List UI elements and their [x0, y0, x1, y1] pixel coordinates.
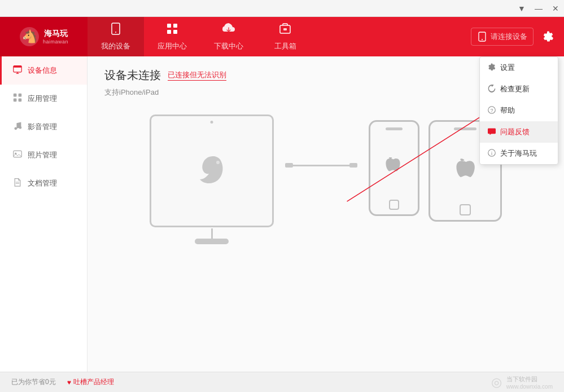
sidebar-item-music-manage[interactable]: 影音管理: [0, 113, 87, 141]
svg-rect-20: [14, 94, 17, 97]
nav-right: 请连接设备: [471, 27, 564, 47]
monitor-wrapper: [150, 114, 274, 227]
settings-gear-btn[interactable]: [538, 27, 558, 47]
info-icon: i: [488, 149, 496, 158]
dropdown-menu: 设置 检查更新 ? 帮助 问题反馈 i: [479, 56, 558, 165]
title-bar: ▼ — ✕: [0, 0, 564, 17]
help-icon: ?: [488, 106, 496, 116]
feedback-heart-icon: ♥: [67, 378, 71, 386]
watermark-circle-icon: ◎: [491, 375, 502, 390]
dropdown-settings-label: 设置: [500, 63, 515, 73]
nav-mydevice-icon: [109, 22, 123, 39]
dropdown-item-feedback[interactable]: 问题反馈: [480, 121, 558, 143]
logo: 🐴 海马玩 haimawan: [0, 17, 88, 56]
svg-rect-26: [14, 151, 21, 157]
svg-point-30: [216, 161, 220, 164]
phone-home-btn: [389, 200, 399, 210]
sidebar-app-manage-label: 应用管理: [28, 94, 57, 104]
nav-item-appcenter[interactable]: 应用中心: [144, 17, 200, 56]
nav-item-download[interactable]: 下载中心: [200, 17, 257, 56]
svg-text:i: i: [491, 150, 492, 156]
sidebar-item-app-manage[interactable]: 应用管理: [0, 85, 87, 113]
sidebar-photo-manage-label: 照片管理: [28, 150, 57, 160]
nav-item-mydevice[interactable]: 我的设备: [88, 17, 144, 56]
monitor-screen: [167, 134, 257, 208]
connect-device-label: 请连接设备: [491, 32, 527, 42]
svg-rect-4: [167, 24, 171, 28]
bottom-bar: 已为你节省0元 ♥ 吐槽产品经理 ◎ 当下软件园 www.downxia.com: [0, 372, 564, 392]
doc-manage-icon: [13, 178, 22, 189]
svg-rect-6: [167, 30, 171, 34]
sidebar-item-device-info[interactable]: 设备信息: [0, 56, 87, 85]
dropdown-help-label: 帮助: [500, 105, 515, 116]
sidebar-device-info-label: 设备信息: [28, 65, 57, 76]
music-manage-icon: [13, 121, 22, 133]
dropdown-update-label: 检查更新: [500, 84, 530, 94]
nav-download-label: 下载中心: [214, 41, 243, 51]
sidebar-item-doc-manage[interactable]: 文档管理: [0, 169, 87, 197]
save-amount-text: 已为你节省0元: [11, 377, 56, 387]
logo-subtitle: haimawan: [43, 39, 68, 45]
update-icon: [488, 85, 496, 94]
status-link[interactable]: 已连接但无法识别: [168, 70, 226, 81]
monitor-stand: [195, 228, 229, 244]
tablet-home-btn: [460, 204, 471, 215]
nav-appcenter-label: 应用中心: [158, 41, 187, 51]
watermark-url: www.downxia.com: [506, 384, 553, 390]
phone-apple-icon: [385, 157, 403, 179]
dropdown-about-label: 关于海马玩: [500, 148, 537, 158]
nav-items: 我的设备 应用中心 下载中心: [88, 17, 471, 56]
connect-device-icon: [477, 32, 487, 42]
header: 🐴 海马玩 haimawan 我的设备: [0, 17, 564, 56]
sidebar-doc-manage-label: 文档管理: [28, 178, 57, 188]
nav-appcenter-icon: [165, 22, 179, 39]
cable-line: [293, 165, 349, 166]
svg-rect-23: [19, 99, 22, 102]
phone-speaker: [386, 127, 403, 130]
logo-horse-icon: 🐴: [19, 27, 40, 47]
feedback-icon: [488, 127, 496, 137]
gear-icon: [543, 31, 554, 42]
monitor: [150, 114, 274, 227]
watermark: ◎ 当下软件园 www.downxia.com: [491, 375, 553, 390]
nav-download-icon: [222, 22, 235, 39]
app-manage-icon: [13, 93, 22, 104]
photo-manage-icon: [13, 149, 22, 161]
device-info-icon: [13, 65, 22, 76]
svg-rect-22: [14, 99, 17, 102]
svg-rect-21: [19, 94, 22, 97]
svg-point-25: [19, 126, 21, 129]
nav-item-tools[interactable]: 工具箱: [257, 17, 313, 56]
svg-text:?: ?: [490, 107, 493, 113]
dropdown-item-about[interactable]: i 关于海马玩: [480, 143, 558, 164]
connect-device-btn[interactable]: 请连接设备: [471, 28, 534, 46]
nav-tools-label: 工具箱: [274, 41, 296, 51]
nav-mydevice-label: 我的设备: [101, 41, 130, 51]
cable-plug-left: [285, 163, 293, 168]
feedback-link[interactable]: ♥ 吐槽产品经理: [67, 377, 114, 387]
feedback-text: 吐槽产品经理: [73, 377, 114, 387]
phone-device: [369, 120, 419, 216]
sidebar: 设备信息 应用管理 影音管理: [0, 56, 88, 372]
tablet-speaker: [454, 127, 476, 130]
dropdown-item-settings[interactable]: 设置: [480, 57, 558, 78]
svg-point-24: [14, 127, 17, 130]
sidebar-music-manage-label: 影音管理: [28, 122, 57, 132]
sidebar-item-photo-manage[interactable]: 照片管理: [0, 141, 87, 169]
svg-point-11: [482, 39, 483, 40]
svg-rect-5: [173, 24, 177, 28]
minimize-btn[interactable]: —: [530, 0, 547, 17]
nav-tools-icon: [278, 22, 292, 39]
title-bar-controls: ▼ — ✕: [513, 0, 564, 17]
logo-title: 海马玩: [43, 29, 68, 39]
svg-rect-9: [283, 28, 287, 30]
dropdown-item-checkupdate[interactable]: 检查更新: [480, 78, 558, 100]
tablet-apple-icon: [453, 157, 477, 185]
page-title: 设备未连接: [104, 68, 161, 83]
svg-rect-7: [173, 30, 177, 34]
svg-text:🐴: 🐴: [21, 29, 37, 44]
close-btn[interactable]: ✕: [547, 0, 564, 17]
dropdown-feedback-label: 问题反馈: [500, 127, 530, 137]
dropdown-item-help[interactable]: ? 帮助: [480, 100, 558, 121]
settings-dropdown-btn[interactable]: ▼: [513, 0, 530, 17]
